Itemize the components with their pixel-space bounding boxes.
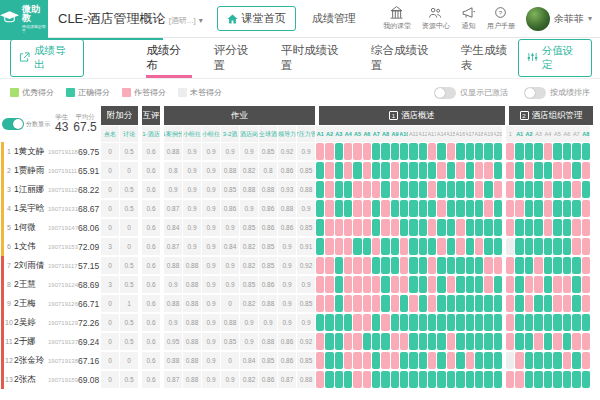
student-cell[interactable]: 51何微19071914768.06 xyxy=(1,218,101,237)
quiz-answer-cell[interactable] xyxy=(372,276,380,293)
quiz-answer-cell[interactable] xyxy=(572,219,580,236)
quiz-answer-cell[interactable] xyxy=(391,314,399,331)
quiz-answer-cell[interactable] xyxy=(381,200,389,217)
quiz-answer-cell[interactable] xyxy=(544,314,552,331)
quiz-answer-cell[interactable] xyxy=(437,143,445,160)
quiz-answer-cell[interactable] xyxy=(372,352,380,369)
quiz-answer-cell[interactable] xyxy=(391,276,399,293)
tab-1[interactable]: 成绩分布 xyxy=(146,38,191,78)
quiz-answer-cell[interactable] xyxy=(381,219,389,236)
quiz-answer-cell[interactable] xyxy=(428,162,436,179)
quiz-answer-cell[interactable] xyxy=(572,314,580,331)
quiz-answer-cell[interactable] xyxy=(391,219,399,236)
quiz-answer-cell[interactable] xyxy=(316,238,324,255)
quiz-answer-cell[interactable] xyxy=(572,257,580,274)
quiz-answer-cell[interactable] xyxy=(335,181,343,198)
quiz-answer-cell[interactable] xyxy=(419,295,427,312)
nav-item-building[interactable]: 我的课堂 xyxy=(383,6,411,31)
quiz-answer-cell[interactable] xyxy=(506,143,514,160)
quiz-answer-cell[interactable] xyxy=(428,352,436,369)
quiz-answer-cell[interactable] xyxy=(553,333,561,350)
quiz-answer-cell[interactable] xyxy=(494,352,502,369)
quiz-answer-cell[interactable] xyxy=(466,200,474,217)
quiz-answer-cell[interactable] xyxy=(363,257,371,274)
quiz-answer-cell[interactable] xyxy=(325,333,333,350)
quiz-answer-cell[interactable] xyxy=(363,162,371,179)
quiz-answer-cell[interactable] xyxy=(534,162,542,179)
quiz-answer-cell[interactable] xyxy=(447,352,455,369)
quiz-answer-cell[interactable] xyxy=(456,219,464,236)
quiz-answer-cell[interactable] xyxy=(484,219,492,236)
quiz-answer-cell[interactable] xyxy=(437,295,445,312)
quiz-answer-cell[interactable] xyxy=(572,143,580,160)
quiz-answer-cell[interactable] xyxy=(437,181,445,198)
quiz-answer-cell[interactable] xyxy=(466,371,474,388)
quiz-answer-cell[interactable] xyxy=(553,295,561,312)
quiz-answer-cell[interactable] xyxy=(409,257,417,274)
quiz-answer-cell[interactable] xyxy=(400,333,408,350)
quiz-answer-cell[interactable] xyxy=(400,295,408,312)
quiz-answer-cell[interactable] xyxy=(381,352,389,369)
quiz-answer-cell[interactable] xyxy=(484,352,492,369)
quiz-answer-cell[interactable] xyxy=(353,219,361,236)
quiz-answer-cell[interactable] xyxy=(353,371,361,388)
quiz-answer-cell[interactable] xyxy=(582,238,590,255)
quiz-answer-cell[interactable] xyxy=(344,200,352,217)
quiz-answer-cell[interactable] xyxy=(572,333,580,350)
quiz-answer-cell[interactable] xyxy=(456,181,464,198)
quiz-answer-cell[interactable] xyxy=(534,219,542,236)
quiz-answer-cell[interactable] xyxy=(419,352,427,369)
quiz-answer-cell[interactable] xyxy=(544,219,552,236)
quiz-answer-cell[interactable] xyxy=(475,276,483,293)
quiz-answer-cell[interactable] xyxy=(391,295,399,312)
student-cell[interactable]: 92王梅19071912666.71 xyxy=(1,294,101,313)
quiz-answer-cell[interactable] xyxy=(409,219,417,236)
quiz-answer-cell[interactable] xyxy=(572,200,580,217)
quiz-answer-cell[interactable] xyxy=(534,371,542,388)
user-menu[interactable]: 余菲菲 ▾ xyxy=(526,7,592,31)
quiz-answer-cell[interactable] xyxy=(475,314,483,331)
quiz-answer-cell[interactable] xyxy=(447,162,455,179)
quiz-answer-cell[interactable] xyxy=(456,162,464,179)
quiz-answer-cell[interactable] xyxy=(456,371,464,388)
quiz-answer-cell[interactable] xyxy=(494,295,502,312)
quiz-answer-cell[interactable] xyxy=(534,181,542,198)
quiz-answer-cell[interactable] xyxy=(428,257,436,274)
quiz-answer-cell[interactable] xyxy=(437,352,445,369)
quiz-answer-cell[interactable] xyxy=(363,181,371,198)
quiz-answer-cell[interactable] xyxy=(381,333,389,350)
quiz-answer-cell[interactable] xyxy=(475,219,483,236)
quiz-answer-cell[interactable] xyxy=(335,200,343,217)
quiz-answer-cell[interactable] xyxy=(437,219,445,236)
quiz-answer-cell[interactable] xyxy=(475,333,483,350)
quiz-answer-cell[interactable] xyxy=(484,295,492,312)
quiz-answer-cell[interactable] xyxy=(391,162,399,179)
quiz-answer-cell[interactable] xyxy=(582,314,590,331)
quiz-answer-cell[interactable] xyxy=(372,295,380,312)
quiz-answer-cell[interactable] xyxy=(456,257,464,274)
quiz-answer-cell[interactable] xyxy=(563,257,571,274)
quiz-answer-cell[interactable] xyxy=(563,143,571,160)
quiz-answer-cell[interactable] xyxy=(525,314,533,331)
quiz-answer-cell[interactable] xyxy=(353,181,361,198)
quiz-answer-cell[interactable] xyxy=(582,181,590,198)
quiz-answer-cell[interactable] xyxy=(456,295,464,312)
quiz-answer-cell[interactable] xyxy=(582,219,590,236)
app-logo[interactable]: 微助教 移动课堂好帮手 xyxy=(0,0,48,38)
quiz-answer-cell[interactable] xyxy=(437,200,445,217)
quiz-answer-cell[interactable] xyxy=(325,162,333,179)
quiz-answer-cell[interactable] xyxy=(353,162,361,179)
quiz-answer-cell[interactable] xyxy=(363,371,371,388)
student-cell[interactable]: 132张杰19071915969.08 xyxy=(1,370,101,389)
quiz-answer-cell[interactable] xyxy=(494,238,502,255)
quiz-answer-cell[interactable] xyxy=(553,181,561,198)
quiz-answer-cell[interactable] xyxy=(391,238,399,255)
quiz-answer-cell[interactable] xyxy=(582,257,590,274)
quiz-answer-cell[interactable] xyxy=(582,295,590,312)
filter-toggle-1[interactable]: 仅显示已激活 xyxy=(434,87,508,99)
quiz-answer-cell[interactable] xyxy=(456,314,464,331)
quiz-answer-cell[interactable] xyxy=(372,143,380,160)
quiz-answer-cell[interactable] xyxy=(447,238,455,255)
student-cell[interactable]: 61文伟19071915372.09 xyxy=(1,237,101,256)
student-cell[interactable]: 102吴婷19071912972.26 xyxy=(1,313,101,332)
